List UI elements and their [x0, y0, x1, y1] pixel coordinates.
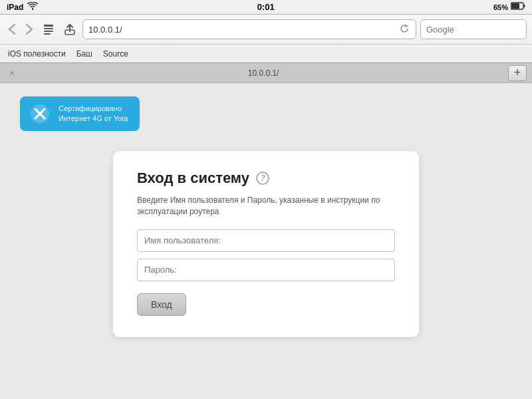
username-input[interactable] — [137, 229, 395, 252]
login-button[interactable]: Вход — [137, 293, 186, 316]
search-bar[interactable] — [420, 19, 527, 39]
tab-title: 10.0.0.1/ — [19, 68, 508, 78]
login-panel: Вход в систему ? Введите Имя пользовател… — [113, 151, 419, 337]
address-bar[interactable] — [82, 19, 416, 39]
svg-rect-1 — [524, 5, 525, 7]
wifi-icon — [27, 2, 38, 12]
svg-rect-5 — [44, 31, 53, 32]
battery-icon — [511, 2, 525, 12]
status-bar: iPad 0:01 65% — [0, 0, 532, 15]
forward-button[interactable] — [23, 21, 36, 38]
bookmark-bash[interactable]: Баш — [76, 49, 92, 59]
bookmarks-bar: iOS полезности Баш Source — [0, 44, 532, 63]
password-input[interactable] — [137, 259, 395, 281]
tab-add-button[interactable]: + — [508, 65, 527, 81]
login-subtitle: Введите Имя пользователя и Пароль, указа… — [137, 195, 395, 217]
svg-rect-3 — [44, 25, 53, 27]
status-left: iPad — [7, 2, 38, 12]
address-input[interactable] — [88, 25, 396, 35]
search-input[interactable] — [426, 25, 532, 35]
time-label: 0:01 — [257, 2, 275, 12]
nav-bar — [0, 15, 532, 44]
login-title-row: Вход в систему ? — [137, 170, 395, 187]
bookmark-source[interactable]: Source — [103, 49, 128, 59]
reload-button[interactable] — [398, 23, 410, 37]
tab-close-button[interactable]: × — [5, 68, 19, 78]
svg-point-11 — [38, 112, 42, 116]
page-content: Сертифицировано Интернет 4G от Yota Вход… — [0, 83, 532, 399]
tab-bar: × 10.0.0.1/ + — [0, 63, 532, 82]
battery-label: 65% — [493, 3, 508, 11]
help-icon[interactable]: ? — [256, 172, 269, 185]
yota-text: Сертифицировано Интернет 4G от Yota — [59, 104, 128, 124]
bookmarks-button[interactable] — [40, 21, 57, 38]
svg-rect-2 — [511, 3, 519, 9]
svg-rect-6 — [44, 33, 51, 35]
login-panel-wrap: Вход в систему ? Введите Имя пользовател… — [20, 144, 512, 386]
device-label: iPad — [7, 3, 23, 12]
svg-rect-4 — [44, 28, 53, 29]
browser-chrome: iOS полезности Баш Source × 10.0.0.1/ + — [0, 15, 532, 83]
login-title: Вход в систему — [137, 170, 249, 187]
bookmark-ios[interactable]: iOS полезности — [8, 49, 66, 59]
back-button[interactable] — [5, 21, 19, 38]
yota-line1: Сертифицировано — [59, 104, 128, 114]
yota-line2: Интернет 4G от Yota — [59, 114, 128, 124]
yota-logo — [29, 103, 51, 124]
yota-badge: Сертифицировано Интернет 4G от Yota — [20, 96, 140, 131]
status-right: 65% — [493, 2, 525, 12]
share-button[interactable] — [61, 21, 78, 38]
